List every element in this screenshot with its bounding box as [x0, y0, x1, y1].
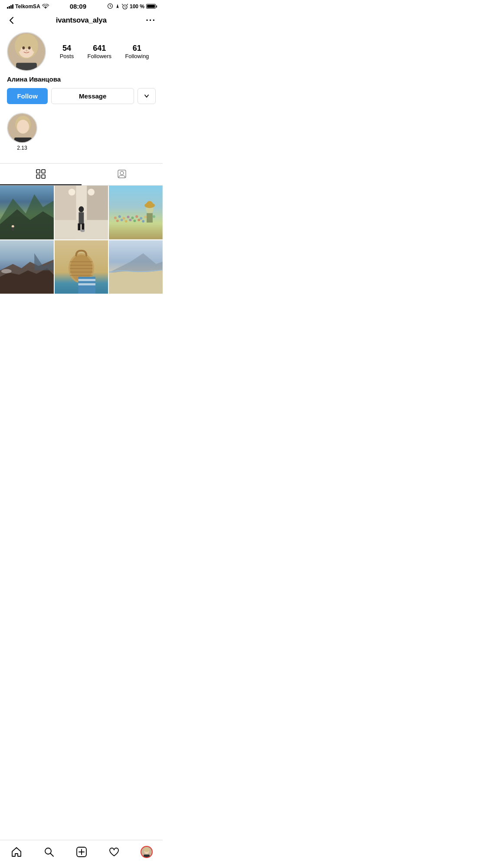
svg-rect-74 [78, 283, 95, 285]
svg-rect-16 [42, 170, 45, 173]
svg-point-30 [68, 189, 75, 196]
svg-point-32 [79, 206, 84, 212]
svg-rect-14 [14, 138, 32, 143]
followers-label: Followers [87, 53, 111, 59]
grid-photo-1 [0, 186, 54, 239]
tagged-icon [117, 169, 127, 179]
svg-point-39 [118, 215, 121, 218]
svg-rect-10 [16, 63, 37, 70]
svg-rect-18 [42, 175, 45, 178]
header-username: ivantsova_alya [56, 16, 107, 25]
svg-point-53 [138, 219, 141, 221]
grid-item-4[interactable] [0, 240, 54, 294]
status-bar: TelkomSA 08:09 100 % [0, 0, 163, 12]
svg-point-41 [127, 216, 130, 218]
grid-photo-5 [55, 240, 108, 294]
grid-item-5[interactable] [55, 240, 108, 294]
svg-point-40 [123, 217, 125, 219]
svg-point-44 [140, 217, 143, 219]
svg-rect-34 [78, 223, 80, 230]
svg-point-31 [88, 189, 95, 196]
profile-avatar[interactable] [7, 32, 46, 71]
display-name: Алина Иванцова [7, 75, 156, 83]
svg-point-49 [121, 219, 123, 221]
dropdown-button[interactable] [138, 88, 156, 104]
svg-point-43 [136, 215, 138, 218]
action-buttons: Follow Message [7, 88, 156, 104]
battery-label: 100 % [130, 3, 144, 10]
stats-container: 54 Posts 641 Followers 61 Following [46, 44, 156, 59]
carrier-label: TelkomSA [15, 3, 40, 10]
svg-point-9 [28, 46, 31, 49]
navigation-icon [115, 3, 120, 10]
svg-rect-73 [78, 279, 95, 281]
grid-photo-2 [55, 186, 108, 239]
svg-point-62 [1, 269, 12, 273]
story-circle [7, 113, 37, 143]
svg-point-7 [31, 39, 38, 52]
svg-point-13 [17, 120, 29, 134]
following-label: Following [125, 53, 149, 59]
svg-point-42 [131, 216, 134, 219]
story-item[interactable]: 2.13 [7, 113, 37, 151]
svg-point-36 [80, 229, 85, 232]
grid-photo-6 [109, 240, 163, 294]
svg-point-52 [134, 219, 136, 222]
grid-item-2[interactable] [55, 186, 108, 239]
photo-grid [0, 186, 163, 294]
svg-point-20 [120, 171, 124, 175]
svg-point-38 [114, 216, 117, 219]
status-left: TelkomSA [7, 3, 49, 10]
posts-stat[interactable]: 54 Posts [60, 44, 74, 59]
svg-point-6 [15, 39, 21, 52]
svg-rect-15 [36, 170, 40, 173]
posts-count: 54 [62, 44, 71, 53]
signal-bars [7, 4, 13, 9]
tab-bar [0, 163, 163, 186]
followers-stat[interactable]: 641 Followers [87, 44, 111, 59]
svg-point-48 [116, 219, 119, 222]
story-label: 2.13 [17, 145, 27, 151]
grid-item-6[interactable] [109, 240, 163, 294]
svg-rect-17 [36, 175, 40, 178]
grid-item-3[interactable] [109, 186, 163, 239]
grid-photo-4 [0, 240, 54, 294]
follow-button[interactable]: Follow [7, 88, 48, 104]
grid-icon [36, 169, 46, 179]
following-stat[interactable]: 61 Following [125, 44, 149, 59]
svg-point-8 [22, 46, 25, 49]
story-thumbnail [8, 114, 37, 143]
svg-point-45 [144, 216, 147, 218]
svg-point-58 [146, 201, 153, 208]
location-icon [107, 3, 113, 10]
stories-row: 2.13 [7, 111, 156, 156]
chevron-down-icon [144, 94, 149, 98]
grid-photo-3 [109, 186, 163, 239]
wifi-icon [42, 4, 49, 9]
svg-rect-35 [82, 223, 84, 230]
battery-indicator [146, 4, 156, 9]
followers-count: 641 [93, 44, 106, 53]
profile-stats-row: 54 Posts 641 Followers 61 Following [7, 32, 156, 71]
status-right: 100 % [107, 3, 156, 10]
tab-grid[interactable] [0, 164, 82, 185]
tab-tagged[interactable] [82, 164, 163, 185]
more-options-button[interactable]: ··· [146, 15, 156, 25]
grid-item-1[interactable] [0, 186, 54, 239]
back-icon [7, 16, 16, 25]
profile-header: ivantsova_alya ··· [0, 12, 163, 30]
svg-point-50 [125, 220, 128, 223]
svg-point-51 [129, 219, 132, 221]
message-button[interactable]: Message [51, 88, 134, 104]
posts-label: Posts [60, 53, 74, 59]
alarm-icon [122, 3, 128, 10]
avatar-illustration [8, 33, 45, 70]
svg-rect-56 [147, 213, 153, 223]
svg-point-47 [153, 215, 155, 218]
profile-section: 54 Posts 641 Followers 61 Following Алин… [0, 30, 163, 163]
svg-rect-33 [79, 212, 84, 224]
back-button[interactable] [7, 16, 16, 25]
following-count: 61 [133, 44, 141, 53]
svg-point-54 [142, 220, 145, 223]
svg-rect-25 [12, 227, 14, 231]
